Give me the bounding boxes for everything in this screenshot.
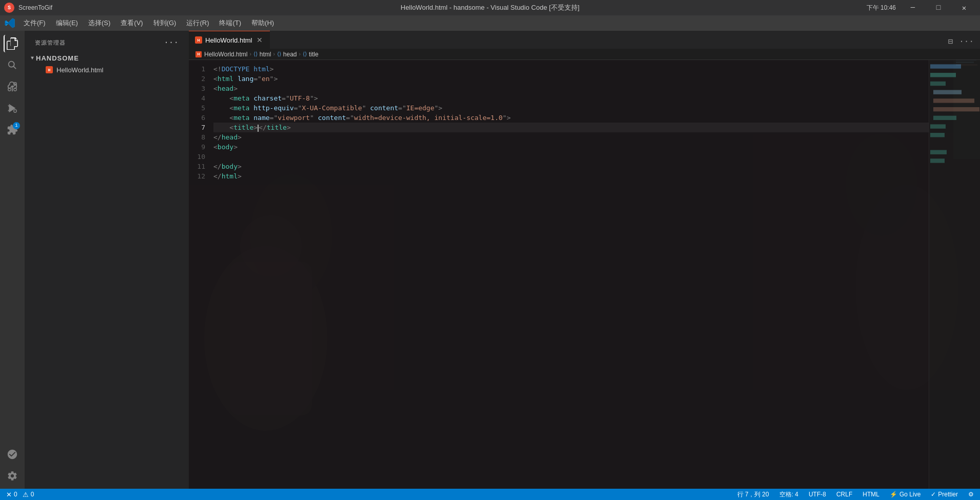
tab-html-icon: H — [195, 36, 202, 44]
minimap — [929, 60, 980, 489]
breadcrumb-file[interactable]: H HelloWorld.html — [195, 51, 247, 58]
vscode-logo-icon — [4, 17, 15, 29]
close-button[interactable]: ✕ — [952, 0, 976, 15]
breadcrumb-head[interactable]: ⟨⟩ head — [277, 51, 297, 58]
code-editor[interactable]: 1 2 3 4 5 6 7 8 9 10 11 12 <!DOCTYPE htm… — [189, 60, 980, 489]
status-spaces[interactable]: 空格: 4 — [777, 490, 800, 499]
maximize-button[interactable]: □ — [927, 0, 950, 15]
menu-run[interactable]: 运行(R) — [182, 16, 213, 30]
search-activity-icon[interactable] — [4, 56, 21, 74]
breadcrumb-head-icon: ⟨⟩ — [277, 51, 281, 57]
code-line-5: <meta http-equiv="X-UA-Compatible" conte… — [213, 103, 929, 113]
source-control-activity-icon[interactable] — [4, 78, 21, 95]
status-line: 行 7 — [737, 490, 749, 499]
status-language[interactable]: HTML — [860, 491, 881, 498]
menu-bar: 文件(F) 编辑(E) 选择(S) 查看(V) 转到(G) 运行(R) 终端(T… — [0, 15, 980, 31]
breadcrumb-filename: HelloWorld.html — [204, 51, 247, 58]
status-bar-left: ✕ 0 ⚠ 0 — [4, 491, 36, 498]
line-num-2: 2 — [189, 74, 205, 84]
code-line-11: </body> — [213, 162, 929, 171]
golive-icon: ⚡ — [890, 491, 897, 498]
code-line-4: <meta charset="UTF-8"> — [213, 93, 929, 103]
extensions-badge: 1 — [13, 122, 20, 129]
svg-rect-21 — [930, 73, 956, 77]
main-layout: 1 资源管理器 ··· ▼ HANDSOME — [0, 31, 980, 489]
code-content[interactable]: <!DOCTYPE html> <html lang="en"> <head> … — [209, 60, 929, 489]
menu-goto[interactable]: 转到(G) — [149, 16, 181, 30]
line-num-10: 10 — [189, 152, 205, 162]
code-line-7: <title></title> — [213, 123, 929, 132]
breadcrumb-html-label: html — [260, 51, 271, 58]
menu-selection[interactable]: 选择(S) — [84, 16, 114, 30]
code-line-12: </html> — [213, 171, 929, 181]
split-editor-button[interactable]: ⊟ — [946, 34, 955, 49]
sidebar-actions: ··· — [162, 37, 181, 48]
status-prettier[interactable]: ✓ Prettier — [929, 491, 960, 498]
explorer-activity-icon[interactable] — [4, 35, 21, 52]
app-name: ScreenToGif — [18, 4, 52, 11]
system-time: 下午 10:46 — [867, 4, 896, 12]
svg-rect-27 — [930, 124, 946, 128]
code-line-2: <html lang="en"> — [213, 74, 929, 84]
editor-area: H HelloWorld.html ✕ ⊟ ··· H HelloWorld.h… — [189, 31, 980, 489]
menu-help[interactable]: 帮助(H) — [247, 16, 278, 30]
status-comma: , — [751, 491, 752, 498]
status-golive[interactable]: ⚡ Go Live — [888, 491, 923, 498]
warning-icon: ⚠ — [23, 491, 29, 498]
status-bar-right: 行 7 , 列 20 空格: 4 UTF-8 CRLF HTML ⚡ Go Li… — [735, 490, 976, 499]
minimize-button[interactable]: ─ — [901, 0, 925, 15]
menu-file[interactable]: 文件(F) — [19, 16, 50, 30]
tab-label: HelloWorld.html — [205, 36, 252, 44]
menu-edit[interactable]: 编辑(E) — [52, 16, 82, 30]
line-numbers: 1 2 3 4 5 6 7 8 9 10 11 12 — [189, 60, 209, 489]
line-num-8: 8 — [189, 132, 205, 142]
line-num-6: 6 — [189, 113, 205, 123]
svg-rect-29 — [930, 150, 947, 154]
svg-rect-23 — [933, 90, 962, 94]
status-remote[interactable]: ⚙ — [966, 491, 976, 498]
remote-icon[interactable] — [4, 446, 21, 463]
line-num-9: 9 — [189, 142, 205, 152]
code-line-10 — [213, 152, 929, 162]
title-bar: S ScreenToGif HelloWorld.html - handsome… — [0, 0, 980, 15]
tab-helloworld[interactable]: H HelloWorld.html ✕ — [189, 31, 270, 49]
extensions-activity-icon[interactable]: 1 — [4, 121, 21, 138]
sidebar-more-actions[interactable]: ··· — [162, 37, 181, 48]
svg-rect-20 — [930, 64, 961, 68]
error-icon: ✕ — [6, 491, 12, 498]
svg-marker-4 — [9, 104, 16, 113]
menu-terminal[interactable]: 终端(T) — [215, 16, 245, 30]
tab-right-actions: ⊟ ··· — [946, 34, 980, 49]
line-num-12: 12 — [189, 171, 205, 181]
folder-name: HANDSOME — [36, 54, 79, 62]
status-errors[interactable]: ✕ 0 ⚠ 0 — [4, 491, 36, 498]
svg-rect-30 — [930, 158, 945, 163]
breadcrumb: H HelloWorld.html › ⟨⟩ html › ⟨⟩ head › … — [189, 49, 980, 60]
breadcrumb-html-icon: ⟨⟩ — [253, 51, 258, 57]
line-num-11: 11 — [189, 162, 205, 171]
breadcrumb-title-label: title — [309, 51, 319, 58]
menu-view[interactable]: 查看(V) — [116, 16, 147, 30]
line-num-4: 4 — [189, 93, 205, 103]
breadcrumb-html[interactable]: ⟨⟩ html — [253, 51, 271, 58]
line-num-3: 3 — [189, 84, 205, 93]
file-html-icon: H — [45, 66, 53, 74]
tab-close-button[interactable]: ✕ — [256, 36, 264, 44]
more-tab-actions[interactable]: ··· — [957, 35, 976, 48]
folder-chevron-icon: ▼ — [31, 55, 34, 61]
settings-activity-icon[interactable] — [4, 467, 21, 485]
run-debug-activity-icon[interactable] — [4, 99, 21, 117]
code-line-3: <head> — [213, 84, 929, 93]
status-line-col[interactable]: 行 7 , 列 20 — [735, 490, 771, 499]
tab-bar: H HelloWorld.html ✕ ⊟ ··· — [189, 31, 980, 49]
code-line-8: </head> — [213, 132, 929, 142]
activity-bar: 1 — [0, 31, 25, 489]
folder-handsome[interactable]: ▼ HANDSOME — [25, 52, 189, 64]
remote-icon: ⚙ — [968, 491, 974, 498]
status-encoding[interactable]: UTF-8 — [807, 491, 828, 498]
breadcrumb-title[interactable]: ⟨⟩ title — [303, 51, 319, 58]
file-helloworld[interactable]: H HelloWorld.html — [25, 64, 189, 75]
status-eol[interactable]: CRLF — [834, 491, 854, 498]
sidebar-title: 资源管理器 — [35, 39, 66, 47]
activity-bar-bottom — [4, 446, 21, 485]
